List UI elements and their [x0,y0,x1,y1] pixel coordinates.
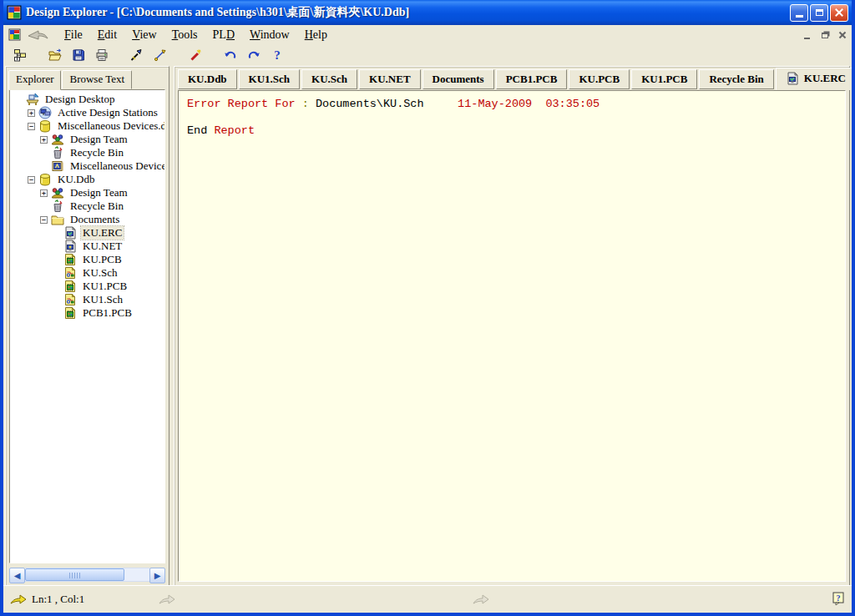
save-button[interactable] [67,44,90,65]
jump-arrow-disabled-icon [159,593,175,605]
cursor-position: Ln:1 , Col:1 [32,593,84,606]
tree-item-label: KU1.Sch [81,293,124,306]
tree-item-ku-pcb[interactable]: KU.PCB [12,253,164,266]
tree-item-active-design-stations[interactable]: +Active Design Stations [12,106,164,119]
report-text-segment [424,98,458,110]
tab-browse-text[interactable]: Browse Text [62,70,132,89]
tree-item-design-team[interactable]: +Design Team [12,186,164,199]
svg-text:?: ? [837,593,841,603]
library-icon [51,159,65,173]
expand-icon[interactable]: + [40,189,48,197]
tree-item-label: Active Design Stations [56,106,159,119]
tree-item-label: KU.Ddb [56,173,96,186]
undo-icon [224,48,237,62]
tree-item-documents[interactable]: −Documents [12,213,164,226]
menu-help[interactable]: Help [297,27,335,43]
recycle-icon [51,199,65,213]
tree-item-miscellaneous-devices-lib[interactable]: Miscellaneous Devices.lib [12,159,164,173]
tree-item-ku-erc[interactable]: KU.ERC [12,226,164,240]
help-bubble-icon[interactable]: ? [832,592,845,605]
doc-tab-documents[interactable]: Documents [422,69,494,89]
report-text-segment: Error Report For [187,98,296,110]
maximize-button[interactable] [810,4,828,22]
tree-item-label: KU.Sch [81,266,119,280]
panels-toggle-button[interactable] [8,44,32,65]
doc-tab-label: Documents [433,73,484,86]
tree-item-ku-ddb[interactable]: −KU.Ddb [12,173,164,186]
scroll-left-button[interactable]: ◀ [9,568,25,583]
doc-tab-ku1-pcb[interactable]: KU1.PCB [631,69,697,89]
doc-tab-ku-pcb[interactable]: KU.PCB [569,69,630,89]
menu-window[interactable]: Window [242,27,297,43]
document-window-icon [8,28,22,42]
database-icon [38,119,53,133]
tree-item-label: KU.NET [81,240,124,253]
tree-item-miscellaneous-devices-ddb[interactable]: −Miscellaneous Devices.ddb [12,119,164,133]
tree-item-pcb1-pcb[interactable]: PCB1.PCB [12,306,164,320]
mdi-minimize-button[interactable] [799,28,815,42]
wand-icon [189,48,202,62]
menu-edit[interactable]: Edit [90,27,124,43]
tree-item-design-team[interactable]: +Design Team [12,133,164,146]
design-tree[interactable]: Design Desktop+Active Design Stations−Mi… [9,89,165,563]
error-report-text-area[interactable]: Error Report For : Documents\KU.Sch 11-M… [178,90,846,582]
doc-tab-ku-net[interactable]: KU.NET [359,69,420,89]
menu-view[interactable]: View [124,27,164,43]
tree-item-design-desktop[interactable]: Design Desktop [12,93,164,106]
mdi-restore-button[interactable] [817,28,832,42]
doc-tab-pcb1-pcb[interactable]: PCB1.PCB [496,69,568,89]
redo-button[interactable] [242,44,266,65]
tree-item-label: Recycle Bin [68,146,125,159]
pcb-doc-icon [63,306,78,320]
net-doc-icon [63,240,78,253]
doc-tab-label: KU.Sch [311,73,347,86]
tree-item-ku-sch[interactable]: KU.Sch [12,266,164,280]
collapse-icon[interactable]: − [28,176,35,184]
mdi-close-button[interactable] [834,28,850,42]
database-icon [38,173,53,186]
doc-tab-recycle-bin[interactable]: Recycle Bin [699,69,773,89]
pcb-doc-icon [63,280,78,293]
tree-item-ku1-pcb[interactable]: KU1.PCB [12,280,164,293]
close-button[interactable] [830,4,848,22]
tree-item-label: KU1.PCB [81,280,129,293]
print-button[interactable] [90,44,114,65]
expand-icon[interactable]: + [40,136,48,144]
tree-item-label: PCB1.PCB [81,306,134,320]
maximize-icon [816,9,823,16]
undo-button[interactable] [219,44,242,65]
doc-tab-ku1-sch[interactable]: KU1.Sch [239,69,300,89]
collapse-icon[interactable]: − [40,216,48,224]
scroll-right-button[interactable]: ▶ [149,568,165,583]
tree-item-recycle-bin[interactable]: Recycle Bin [12,146,164,159]
close-icon [835,8,843,17]
menu-file[interactable]: File [57,27,90,43]
scrollbar-track[interactable] [25,568,149,582]
doc-tab-ku-ddb[interactable]: KU.Ddb [178,69,237,89]
mdi-restore-icon [822,33,828,38]
collapse-icon[interactable]: − [28,123,35,130]
tree-item-recycle-bin[interactable]: Recycle Bin [12,199,164,213]
tree-item-ku1-sch[interactable]: KU1.Sch [12,293,164,306]
open-button[interactable] [43,44,67,65]
menu-pld[interactable]: PLD [205,27,242,43]
wand-button[interactable] [184,44,207,65]
doc-tab-ku-erc[interactable]: KU.ERC [776,68,855,90]
tree-item-ku-net[interactable]: KU.NET [12,240,164,253]
doc-tab-label: Recycle Bin [709,73,763,86]
save-icon [72,48,85,62]
wire-button[interactable] [149,44,172,65]
tree-item-label: Design Desktop [43,93,116,106]
team-icon [51,133,65,146]
scrollbar-thumb[interactable] [25,568,124,581]
cross-probe-button[interactable] [125,44,149,65]
minimize-button[interactable] [790,4,808,22]
expand-icon[interactable]: + [28,109,35,117]
menu-tools[interactable]: Tools [164,27,205,43]
recycle-icon [51,146,65,159]
erc-doc-icon [63,226,78,240]
doc-tab-ku-sch[interactable]: KU.Sch [301,69,357,89]
tab-explorer[interactable]: Explorer [8,70,61,90]
help-button[interactable]: ? [266,44,289,65]
status-bar: Ln:1 , Col:1 ? [3,585,852,612]
